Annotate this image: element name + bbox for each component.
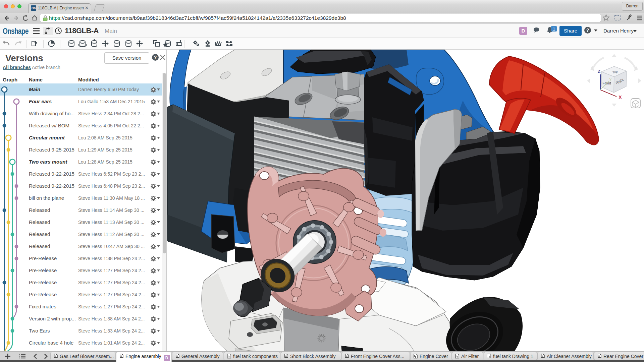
svg-text:?: ? [586,27,589,33]
svg-text:Y: Y [609,77,612,81]
svg-text:1: 1 [553,27,555,32]
svg-text:?: ? [154,55,157,60]
svg-text:Z: Z [598,69,601,74]
svg-text:X: X [619,95,622,100]
